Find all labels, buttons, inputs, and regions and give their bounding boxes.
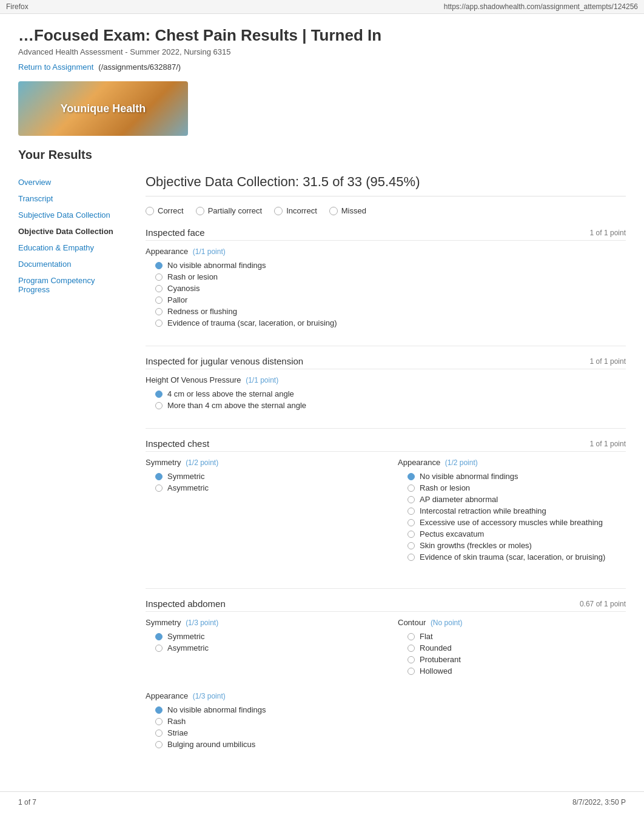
list-item: Rounded bbox=[408, 642, 626, 654]
list-item: Striae bbox=[155, 727, 626, 739]
exam-section-abdomen-header: Inspected abdomen 0.67 of 1 point bbox=[146, 599, 626, 612]
list-item: Asymmetric bbox=[155, 482, 374, 494]
exam-section-jugular-title: Inspected for jugular venous distension bbox=[146, 356, 303, 366]
exam-section-chest-header: Inspected chest 1 of 1 point bbox=[146, 438, 626, 452]
option-label: Hollowed bbox=[420, 666, 452, 676]
list-item: Pectus excavatum bbox=[408, 528, 626, 540]
subsection-chest-symmetry-title: Symmetry (1/2 point) bbox=[146, 458, 374, 467]
subsection-chest-symmetry: Symmetry (1/2 point) Symmetric Asymmetri… bbox=[146, 458, 374, 494]
list-item: Rash or lesion bbox=[408, 482, 626, 494]
main-content: Objective Data Collection: 31.5 of 33 (9… bbox=[146, 174, 626, 767]
subsection-jugular-height-points: (1/1 point) bbox=[246, 376, 278, 384]
option-circle bbox=[155, 729, 163, 737]
list-item: 4 cm or less above the sternal angle bbox=[155, 388, 626, 400]
sidebar-item-documentation[interactable]: Documentation bbox=[18, 256, 127, 272]
exam-section-chest-points: 1 of 1 point bbox=[590, 440, 626, 448]
sidebar-item-objective[interactable]: Objective Data Collection bbox=[18, 223, 127, 240]
legend-label-partial: Partially correct bbox=[208, 206, 263, 215]
option-list-abdomen-contour: Flat Rounded Protuberant Hollowed bbox=[398, 631, 626, 677]
option-list-chest-appearance: No visible abnormal findings Rash or les… bbox=[398, 471, 626, 563]
option-label: 4 cm or less above the sternal angle bbox=[167, 389, 294, 398]
option-label: Symmetric bbox=[167, 632, 204, 641]
exam-section-jugular-header: Inspected for jugular venous distension … bbox=[146, 356, 626, 369]
subsection-chest-appearance: Appearance (1/2 point) No visible abnorm… bbox=[398, 458, 626, 563]
exam-section-jugular: Inspected for jugular venous distension … bbox=[146, 356, 626, 411]
exam-section-face-header: Inspected face 1 of 1 point bbox=[146, 227, 626, 241]
subsection-jugular-height-title: Height Of Venous Pressure (1/1 point) bbox=[146, 375, 626, 384]
option-circle bbox=[408, 645, 415, 652]
breadcrumb-path: (/assignments/632887/) bbox=[98, 62, 181, 72]
option-label: Protuberant bbox=[420, 655, 461, 664]
option-circle bbox=[408, 473, 415, 480]
subsection-abdomen-symmetry: Symmetry (1/3 point) Symmetric Asymmetri… bbox=[146, 618, 374, 654]
sidebar-item-program[interactable]: Program Competency Progress bbox=[18, 272, 127, 298]
sidebar-item-education[interactable]: Education & Empathy bbox=[18, 240, 127, 256]
section-heading: Objective Data Collection: 31.5 of 33 (9… bbox=[146, 174, 626, 196]
option-list-abdomen-appearance: No visible abnormal findings Rash Striae… bbox=[146, 704, 626, 750]
legend: Correct Partially correct Incorrect Miss… bbox=[146, 206, 626, 215]
subsection-face-appearance: Appearance (1/1 point) No visible abnorm… bbox=[146, 247, 626, 329]
option-circle bbox=[408, 496, 415, 503]
option-label: Cyanosis bbox=[167, 284, 200, 293]
legend-incorrect: Incorrect bbox=[274, 206, 317, 215]
option-label: Rash or lesion bbox=[167, 272, 218, 281]
footer-bar: 1 of 7 8/7/2022, 3:50 P bbox=[0, 791, 644, 813]
list-item: AP diameter abnormal bbox=[408, 494, 626, 505]
footer-page-info: 1 of 7 bbox=[18, 798, 36, 806]
list-item: Asymmetric bbox=[155, 642, 374, 654]
chest-col-right: Appearance (1/2 point) No visible abnorm… bbox=[398, 458, 626, 571]
subsection-abdomen-contour-points: (No point) bbox=[431, 619, 463, 627]
list-item: No visible abnormal findings bbox=[155, 260, 626, 271]
subsection-jugular-height: Height Of Venous Pressure (1/1 point) 4 … bbox=[146, 375, 626, 411]
subsection-chest-appearance-points: (1/2 point) bbox=[445, 458, 478, 467]
option-label: Excessive use of accessory muscles while… bbox=[420, 518, 603, 527]
abdomen-col-left: Symmetry (1/3 point) Symmetric Asymmetri… bbox=[146, 618, 374, 685]
option-circle bbox=[408, 485, 415, 492]
abdomen-col-right: Contour (No point) Flat Rounded Protuber… bbox=[398, 618, 626, 685]
exam-section-jugular-points: 1 of 1 point bbox=[590, 357, 626, 366]
option-label: Rounded bbox=[420, 643, 452, 652]
browser-url: https://app.shadowhealth.com/assignment_… bbox=[444, 2, 638, 11]
subsection-chest-appearance-title: Appearance (1/2 point) bbox=[398, 458, 626, 467]
option-label: Evidence of skin trauma (scar, laceratio… bbox=[420, 552, 605, 562]
exam-section-chest: Inspected chest 1 of 1 point Symmetry (1… bbox=[146, 438, 626, 571]
option-label: Flat bbox=[420, 632, 433, 641]
banner-text: Younique Health bbox=[61, 102, 146, 115]
option-label: Pallor bbox=[167, 295, 187, 304]
option-label: AP diameter abnormal bbox=[420, 495, 498, 504]
subsection-abdomen-appearance-title: Appearance (1/3 point) bbox=[146, 691, 626, 700]
exam-section-abdomen-points: 0.67 of 1 point bbox=[580, 600, 626, 608]
option-label: Skin growths (freckles or moles) bbox=[420, 541, 532, 550]
option-label: More than 4 cm above the sternal angle bbox=[167, 401, 306, 410]
list-item: Flat bbox=[408, 631, 626, 642]
subsection-abdomen-appearance: Appearance (1/3 point) No visible abnorm… bbox=[146, 691, 626, 750]
list-item: Rash or lesion bbox=[155, 271, 626, 283]
list-item: Redness or flushing bbox=[155, 306, 626, 317]
sidebar-item-subjective[interactable]: Subjective Data Collection bbox=[18, 207, 127, 223]
option-label: Striae bbox=[167, 728, 188, 737]
option-circle bbox=[408, 508, 415, 515]
option-circle bbox=[155, 391, 163, 398]
subsection-chest-symmetry-points: (1/2 point) bbox=[186, 458, 218, 467]
legend-circle-correct bbox=[146, 207, 154, 215]
breadcrumb-link[interactable]: Return to Assignment bbox=[18, 62, 93, 72]
page-subtitle: Advanced Health Assessment - Summer 2022… bbox=[18, 47, 626, 56]
option-label: Asymmetric bbox=[167, 643, 209, 652]
option-circle bbox=[155, 262, 163, 269]
option-circle bbox=[155, 308, 163, 315]
list-item: Symmetric bbox=[155, 471, 374, 482]
list-item: Bulging around umbilicus bbox=[155, 739, 626, 750]
subsection-face-appearance-title: Appearance (1/1 point) bbox=[146, 247, 626, 256]
option-list-jugular: 4 cm or less above the sternal angle Mor… bbox=[146, 388, 626, 411]
chest-col-left: Symmetry (1/2 point) Symmetric Asymmetri… bbox=[146, 458, 374, 571]
sidebar-item-overview[interactable]: Overview bbox=[18, 174, 127, 190]
option-circle bbox=[155, 741, 163, 748]
browser-bar: Firefox https://app.shadowhealth.com/ass… bbox=[0, 0, 644, 14]
sidebar-item-transcript[interactable]: Transcript bbox=[18, 190, 127, 207]
legend-label-missed: Missed bbox=[341, 206, 366, 215]
option-circle bbox=[155, 706, 163, 714]
subsection-abdomen-contour-title: Contour (No point) bbox=[398, 618, 626, 627]
option-list-chest-symmetry: Symmetric Asymmetric bbox=[146, 471, 374, 494]
option-list-face-appearance: No visible abnormal findings Rash or les… bbox=[146, 260, 626, 329]
exam-section-chest-title: Inspected chest bbox=[146, 438, 209, 449]
